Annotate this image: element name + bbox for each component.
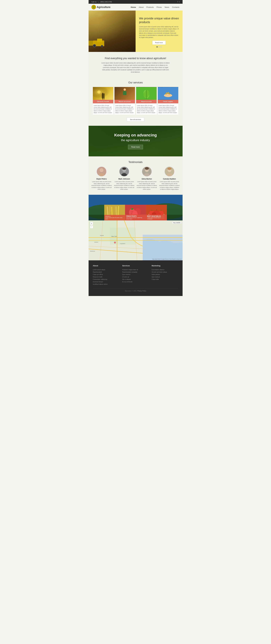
footer-about-item-6[interactable]: Eiusmod tempor (93, 280, 119, 283)
nav-home[interactable]: Home (130, 6, 136, 9)
banner-subtitle: the agriculture industry (94, 138, 177, 142)
svg-rect-0 (93, 87, 113, 100)
svg-point-49 (132, 211, 133, 212)
service-label-2: Mauris accumsan (114, 100, 135, 103)
harvester-wheel-right (101, 45, 103, 47)
footer-services-item-5[interactable]: Nisi ut aliquip (122, 278, 149, 280)
call-label: Call Us: (91, 1, 97, 3)
svg-text:Middletown: Middletown (90, 251, 95, 252)
logo[interactable]: 🌿 Agriculture (91, 5, 110, 10)
nav-prices[interactable]: Prices (156, 6, 162, 9)
svg-text:Newark: Newark (100, 235, 104, 236)
harvester-cab (97, 39, 102, 42)
hero-dot-1[interactable] (157, 46, 158, 48)
info-description: Lorem ipsum dolor sit amet conse ctetur … (101, 62, 170, 73)
footer-about-list: Lorem ipsum aliqua Reprehenderit Culpa q… (93, 268, 119, 286)
svg-point-1 (97, 90, 101, 94)
hero-dot-2[interactable] (159, 46, 160, 48)
products-section: CEREALS Lorem ipsum dolor sit amet conse… (89, 195, 183, 220)
svg-point-14 (168, 92, 169, 93)
services-grid: Elementu muvelit Lorem ipsum dolor sit a… (93, 87, 178, 115)
service-text-3: Lorem ipsum dolor sit amet conse ctetur … (136, 103, 157, 115)
testimonials-grid: Dayle Peters Lorem ipsum dolor sit amet … (91, 166, 180, 190)
twitter-icon[interactable]: t (179, 1, 180, 3)
see-all-services-button[interactable]: See all services (127, 118, 144, 122)
footer: About Lorem ipsum aliqua Reprehenderit C… (89, 260, 183, 296)
service-text-1: Lorem ipsum dolor sit amet conse ctetur … (93, 103, 113, 115)
nav-contacts[interactable]: Contacts (172, 6, 180, 9)
testimonial-4: Camala Haddon Lorem ipsum dolor sit amet… (159, 166, 180, 190)
footer-privacy-link[interactable]: Privacy Policy (137, 290, 146, 292)
svg-point-21 (122, 168, 126, 170)
footer-copyright: Agriculture © 2015. (125, 290, 137, 292)
services-section: Our services Elementu muvelit Lorem ipsu… (89, 78, 183, 126)
nav-about[interactable]: About (138, 6, 144, 9)
testimonial-3: Edna Barton Lorem ipsum dolor sit amet c… (137, 166, 157, 190)
svg-point-16 (100, 168, 103, 172)
footer-services-item-1[interactable]: Praesent magna dolor sit (122, 268, 149, 271)
hero-read-more-button[interactable]: Read more (152, 41, 166, 45)
service-image-3 (136, 87, 157, 100)
testimonial-name-3: Edna Barton (137, 178, 157, 180)
nav-products[interactable]: Products (146, 6, 154, 9)
service-label-4: Donec sagittis (158, 100, 178, 103)
footer-about-item-2[interactable]: Reprehenderit (93, 271, 119, 273)
product-label-fruits: FRESH FRUITS Sed eiusmod tempor adipisci… (125, 214, 146, 220)
svg-text:New York: New York (111, 236, 117, 237)
footer-bottom: Agriculture © 2015. Privacy Policy (93, 288, 178, 292)
avatar-4 (165, 166, 174, 176)
testimonial-name-2: Mark Johnson (114, 178, 134, 180)
testimonials-title: Testimonials (91, 161, 180, 164)
footer-about-item-1[interactable]: Lorem ipsum aliqua (93, 268, 119, 271)
map-controls: + − (90, 222, 93, 228)
testimonial-text-1: Lorem ipsum dolor sit amet conse ctetur … (91, 181, 112, 190)
footer-about-item-4[interactable]: Deserunt mollit (93, 276, 119, 278)
hero-title: We provide unique value driven products (139, 16, 179, 24)
map-type-button[interactable]: Map Satellite (172, 222, 181, 224)
top-bar: Call Us: 📞 (800) 2345-6789 f t (89, 0, 183, 4)
hero-dot-3[interactable] (161, 46, 162, 48)
footer-marketing-item-5[interactable]: Culpa nulla (152, 278, 178, 280)
footer-marketing-item-1[interactable]: Exercitation ullamco (152, 268, 178, 271)
info-title: Find everything you wanted to know about… (97, 57, 174, 60)
footer-marketing-item-4[interactable]: Quis nostrud (152, 276, 178, 278)
footer-about-item-3[interactable]: Culpa qui officia (93, 273, 119, 276)
svg-text:Hoboken: Hoboken (94, 242, 98, 243)
footer-marketing-item-3[interactable]: Nulla pariatur (152, 273, 178, 276)
phone-number: (800) 2345-6789 (100, 1, 112, 3)
footer-marketing-item-2[interactable]: Ut enim ad minim aliqua (152, 271, 178, 273)
footer-services-item-2[interactable]: Reprehenderit voluptate (122, 271, 149, 273)
phone-info: Call Us: 📞 (800) 2345-6789 (91, 1, 112, 3)
footer-services-item-4[interactable]: Ut enim ad (122, 276, 149, 278)
main-nav: Home About Products Prices News Contacts (130, 6, 180, 9)
avatar-1 (97, 166, 106, 176)
map-type-label: Map Satellite (173, 222, 180, 224)
products-bg: CEREALS Lorem ipsum dolor sit amet conse… (89, 195, 183, 220)
testimonial-text-3: Lorem ipsum dolor sit amet conse ctetur … (137, 181, 157, 190)
footer-services-item-6[interactable]: Ex ea commodo (122, 280, 149, 283)
svg-point-81 (114, 242, 115, 243)
footer-services-item-3[interactable]: Quis nostrud (122, 273, 149, 276)
svg-point-13 (166, 92, 167, 94)
facebook-icon[interactable]: f (178, 1, 178, 3)
map-zoom-in-button[interactable]: + (90, 222, 93, 225)
svg-point-25 (145, 167, 149, 170)
testimonials-section: Testimonials Dayle Peters Lorem ipsum do… (89, 156, 183, 195)
footer-about-item-7[interactable]: Incididunt labore dolore (93, 283, 119, 286)
logo-icon: 🌿 (91, 5, 96, 10)
service-card-1: Elementu muvelit Lorem ipsum dolor sit a… (93, 87, 113, 115)
harvester-wheel-left (93, 44, 96, 47)
service-text-2: Lorem ipsum dolor sit amet conse ctetur … (114, 103, 135, 115)
svg-point-51 (131, 213, 132, 214)
info-section: Find everything you wanted to know about… (89, 52, 183, 78)
svg-point-9 (164, 94, 172, 97)
banner-read-more-button[interactable]: Read more (128, 145, 143, 149)
footer-about-item-5[interactable]: Consectetur adipiscing (93, 278, 119, 280)
map-zoom-out-button[interactable]: − (90, 225, 93, 228)
avatar-2 (119, 166, 129, 176)
product-item-fruits: FRESH FRUITS Sed eiusmod tempor adipisci… (125, 205, 146, 220)
footer-col-about: About Lorem ipsum aliqua Reprehenderit C… (93, 264, 119, 286)
service-card-3: Aliquet sit amet Lorem ipsum dolor sit a… (136, 87, 157, 115)
service-card-4: Donec sagittis Lorem ipsum dolor sit ame… (158, 87, 178, 115)
nav-news[interactable]: News (164, 6, 170, 9)
